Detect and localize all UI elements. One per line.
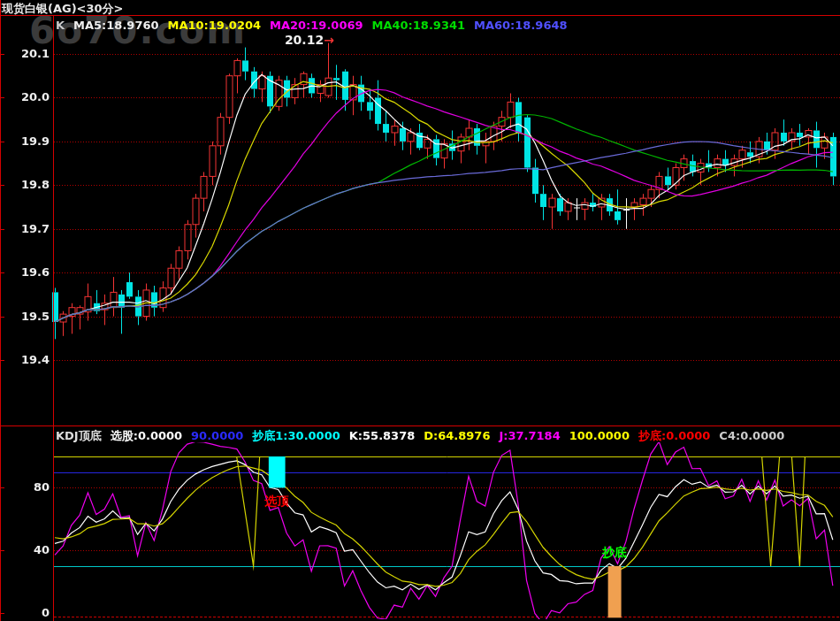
- kdj-value-label: C4:0.0000: [719, 429, 784, 442]
- kdj-value-label: 90.0000: [191, 429, 243, 442]
- kdj-value-label: KDJ顶底: [56, 429, 102, 442]
- chart-canvas[interactable]: [0, 0, 840, 621]
- main-y-tick-label: 19.7: [0, 222, 50, 235]
- ma-value-label: K: [56, 19, 65, 32]
- main-y-tick-label: 19.4: [0, 353, 50, 366]
- arrow-right-icon: →: [324, 33, 334, 47]
- main-indicator-header: KMA5:18.9760MA10:19.0204MA20:19.0069MA40…: [56, 19, 577, 32]
- trading-app-window: 6o70.com 现货白银(AG)<30分> KMA5:18.9760MA10:…: [0, 0, 840, 621]
- kdj-value-label: 抄底1:30.0000: [252, 429, 340, 442]
- ma-value-label: MA20:19.0069: [270, 19, 363, 32]
- kdj-value-label: D:64.8976: [424, 429, 490, 442]
- kdj-y-tick-label: 0: [0, 606, 50, 619]
- kdj-indicator-header: KDJ顶底选股:0.000090.0000抄底1:30.0000K:55.837…: [56, 428, 793, 444]
- kdj-value-label: 抄底:0.0000: [638, 429, 710, 442]
- sell-top-signal-label: 选顶: [264, 494, 289, 510]
- kdj-value-label: 选股:0.0000: [111, 429, 182, 442]
- kdj-value-label: K:55.8378: [349, 429, 415, 442]
- kdj-y-tick-label: 80: [0, 480, 50, 494]
- ma-value-label: MA10:19.0204: [168, 19, 262, 32]
- ma-value-label: MA60:18.9648: [474, 19, 568, 32]
- main-y-tick-label: 19.8: [0, 178, 50, 191]
- main-y-tick-label: 19.5: [0, 310, 50, 323]
- high-price-value: 20.12: [285, 33, 324, 47]
- main-y-tick-label: 20.1: [0, 47, 50, 60]
- buy-dip-signal-label: 抄底: [602, 545, 627, 561]
- main-y-tick-label: 19.6: [0, 265, 50, 279]
- high-price-annotation: 20.12→: [285, 33, 334, 47]
- kdj-y-tick-label: 40: [0, 543, 50, 556]
- ma-value-label: MA5:18.9760: [73, 19, 158, 32]
- main-y-tick-label: 20.0: [0, 90, 50, 104]
- main-y-tick-label: 19.9: [0, 134, 50, 148]
- ma-value-label: MA40:18.9341: [372, 19, 466, 32]
- kdj-value-label: J:37.7184: [499, 429, 560, 442]
- kdj-value-label: 100.0000: [569, 429, 630, 442]
- window-title: 现货白银(AG)<30分>: [2, 1, 124, 17]
